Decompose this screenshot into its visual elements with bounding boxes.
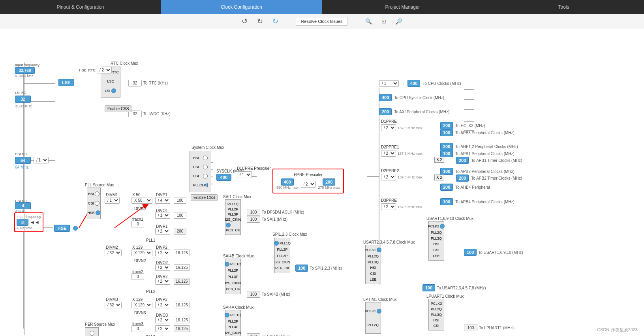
hse-rtc-select[interactable]: / 2/ 4/ 8 bbox=[97, 67, 112, 73]
hpre-out-value[interactable]: 200 bbox=[323, 178, 335, 186]
sai4a-mux[interactable]: PLL1Q PLL2P PLL3P I2S_CKIN bbox=[225, 310, 241, 336]
usart238-pclk1-radio[interactable] bbox=[377, 248, 381, 252]
zoom-fit-button[interactable]: ⊡ bbox=[378, 17, 389, 26]
x129b-select[interactable]: X 129 bbox=[131, 302, 152, 308]
usart16910-mux[interactable]: PCLK2 PLL2Q PLL3Q HSI CSI LSE bbox=[428, 221, 444, 261]
x129-label: X 129 bbox=[132, 245, 143, 250]
hse-input-section: Input frequency 8 ◄◄ 4-50 MHz bbox=[14, 212, 43, 232]
system-clock-mux[interactable]: HSI CSI HSE PLLCLK bbox=[190, 151, 211, 192]
hse-input-value[interactable]: 8 bbox=[17, 219, 28, 226]
hse-label[interactable]: HSE bbox=[54, 225, 70, 232]
refresh-button[interactable]: ↻ bbox=[269, 15, 282, 27]
per-source-mux[interactable] bbox=[85, 327, 99, 336]
to-iwdg-section: 32 To IWDG (KHz) bbox=[128, 111, 171, 117]
sys-pll-radio[interactable] bbox=[207, 183, 208, 188]
divp1-label: DIVP1 bbox=[156, 192, 167, 197]
sai4b-value[interactable]: 100 bbox=[247, 291, 260, 298]
sai4b-mux[interactable]: PLL1Q PLL2P PLL3P I2S_CKIN PER_CK bbox=[225, 259, 241, 294]
d3ppre-select[interactable]: / 2 bbox=[381, 203, 396, 210]
fracn3-value[interactable]: 0 bbox=[131, 325, 144, 332]
cpu-div-select[interactable]: / 1 bbox=[379, 80, 399, 87]
spi-pll1q-radio[interactable] bbox=[274, 241, 279, 246]
hsi-div-select[interactable]: / 1/ 2 bbox=[34, 157, 49, 163]
resolve-clock-issues-button[interactable]: Resolve Clock Issues bbox=[296, 17, 347, 26]
usart16910-value[interactable]: 100 bbox=[464, 249, 477, 256]
lpuart1-value[interactable]: 100 bbox=[464, 325, 477, 331]
divp2-select[interactable]: / 2/ 4 bbox=[155, 250, 170, 256]
lpuart1-mux[interactable]: PCLK3 PLL2Q PLL3Q HSI CSI bbox=[428, 299, 444, 330]
divm1-select[interactable]: / 1/ 2/ 4 bbox=[105, 197, 120, 204]
axi-value[interactable]: 200 bbox=[379, 108, 392, 115]
lptim1-mux[interactable]: PCLK1 PLL2Q bbox=[365, 302, 381, 334]
nav-project-manager[interactable]: Project Manager bbox=[322, 0, 483, 14]
d1cpre-select[interactable]: / 1/ 2 bbox=[237, 171, 252, 178]
divq3-select[interactable]: / 2 bbox=[155, 317, 170, 323]
per-hsi-radio[interactable] bbox=[90, 331, 94, 336]
hpre-in-value[interactable]: 400 bbox=[281, 178, 294, 186]
spi123-value[interactable]: 100 bbox=[295, 265, 308, 272]
lsi-value-box[interactable]: 32 bbox=[15, 96, 31, 103]
hpre-prescaler-section: HPRE Prescaler 400 550 MHz max / 2/ 4 20… bbox=[272, 169, 344, 193]
divr3-select[interactable]: / 2 bbox=[155, 325, 170, 332]
usart238-value[interactable]: 100 bbox=[422, 284, 435, 291]
divr1-select[interactable]: / 2/ 4 bbox=[155, 228, 170, 235]
pll-csi-radio[interactable] bbox=[95, 201, 100, 206]
divr2-select[interactable]: / 2/ 4 bbox=[155, 278, 170, 285]
divp1-select[interactable]: / 4/ 2/ 1 bbox=[155, 197, 170, 204]
sai1-out-value[interactable]: 100 bbox=[247, 216, 260, 223]
sai1-mux[interactable]: PLL1Q PLL2P PLL3P I2S_CKIN PER_CK bbox=[225, 199, 241, 235]
usart238-mux[interactable]: PCLK1 PLL2Q PLL3Q HSI CSI LSE bbox=[365, 245, 381, 284]
enable-css-top[interactable]: Enable CSS bbox=[105, 105, 131, 112]
zoom-out-button[interactable]: 🔍 bbox=[392, 17, 406, 26]
divm3-select[interactable]: / 32/ 16 bbox=[105, 302, 122, 308]
sys-csi-radio[interactable] bbox=[203, 165, 208, 169]
lse-box[interactable]: LSE bbox=[58, 79, 74, 86]
d2ppre2-select[interactable]: / 2 bbox=[381, 174, 396, 180]
divq1-select[interactable]: / 1/ 2 bbox=[155, 212, 170, 219]
apb2-value: 100 To APB2 Peripheral Clocks (MHz) bbox=[440, 168, 514, 175]
hsi-value-box[interactable]: 64 bbox=[15, 157, 31, 164]
per-source-mux-label: PER Source Mux bbox=[85, 322, 115, 327]
csi-value-box[interactable]: 4 bbox=[15, 202, 31, 209]
zoom-in-button[interactable]: 🔍 bbox=[362, 17, 375, 26]
sysclk-value-box[interactable]: 400 bbox=[216, 174, 231, 181]
lptim1-pclk1-radio[interactable] bbox=[377, 309, 381, 313]
cpu-systick-value[interactable]: 400 bbox=[379, 94, 392, 101]
input-freq-value[interactable]: 32.768 bbox=[15, 67, 35, 74]
sai4b-pll1q-radio[interactable] bbox=[225, 262, 229, 267]
sys-hse-radio[interactable] bbox=[203, 174, 208, 178]
hsi-rc-section: HSI RC bbox=[15, 152, 27, 156]
enable-css-bottom[interactable]: Enable CSS bbox=[191, 194, 218, 201]
divm2-select[interactable]: / 32/ 16 bbox=[105, 250, 122, 256]
sai4a-value[interactable]: 100 bbox=[247, 333, 260, 336]
sai1-per-radio[interactable] bbox=[226, 223, 231, 227]
undo-button[interactable]: ↺ bbox=[238, 15, 251, 27]
divq2-select[interactable]: / 2/ 4 bbox=[155, 264, 170, 271]
nav-clock-config[interactable]: Clock Configuration bbox=[161, 0, 322, 14]
dfsdm-value[interactable]: 100 bbox=[247, 209, 260, 216]
cpu-clocks-value[interactable]: 400 bbox=[407, 80, 420, 87]
divr3-out: 16.125 bbox=[174, 325, 190, 332]
sys-hsi-radio[interactable] bbox=[203, 156, 208, 160]
d1ppre-select[interactable]: / 2 bbox=[381, 124, 396, 131]
x50-select[interactable]: X 50X 100 bbox=[131, 197, 152, 204]
fracn1-value[interactable]: 0 bbox=[131, 221, 144, 227]
hse-radio[interactable] bbox=[73, 226, 78, 231]
pll-hse-radio[interactable] bbox=[96, 210, 100, 215]
hpre-div-select[interactable]: / 2/ 4 bbox=[301, 181, 316, 188]
redo-button[interactable]: ↻ bbox=[254, 15, 266, 27]
nav-pinout[interactable]: Pinout & Configuration bbox=[0, 0, 161, 14]
x129-select[interactable]: X 129X 64 bbox=[131, 250, 152, 256]
d2ppre1-select[interactable]: / 2 bbox=[381, 150, 396, 157]
pll-hsi-radio[interactable] bbox=[95, 191, 100, 196]
rtc-value-box[interactable]: 32 bbox=[128, 80, 142, 86]
spi-mux-label: SPI1,2,3 Clock Mux bbox=[272, 232, 307, 237]
fracn2-value[interactable]: 0 bbox=[131, 273, 144, 280]
pll-source-mux[interactable]: HSI CSI HSE bbox=[87, 188, 101, 219]
rtc-lsi-radio[interactable] bbox=[111, 88, 116, 93]
sai4a-pll1q-radio[interactable] bbox=[225, 313, 229, 317]
usart16910-pclk2-radio[interactable] bbox=[440, 224, 445, 229]
spi-mux[interactable]: PLL1Q PLL2P PLL3P I2S_CKIN PER_CK bbox=[274, 238, 290, 273]
divp3-select[interactable]: / 2 bbox=[155, 302, 170, 308]
nav-tools[interactable]: Tools bbox=[483, 0, 644, 14]
